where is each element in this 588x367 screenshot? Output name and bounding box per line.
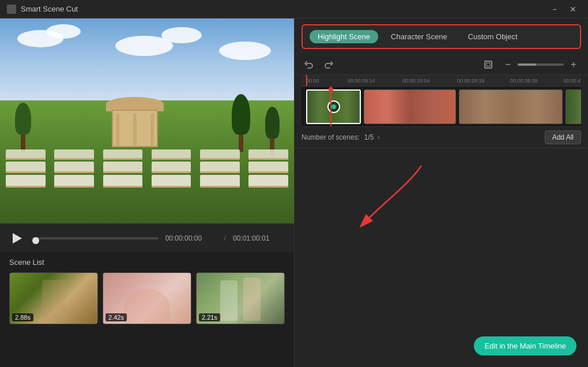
chair-row-3 (6, 175, 288, 188)
timeline-section: 00:00 00:00:09:14 00:00:19:04 00:00:28:1… (295, 75, 588, 127)
video-frame (0, 18, 294, 223)
zoom-controls: − + (500, 57, 581, 72)
total-time: 00:01:00:01 (233, 234, 285, 242)
redo-button[interactable] (321, 57, 336, 72)
tree-top-3 (265, 107, 280, 138)
fit-screen-button[interactable] (481, 57, 496, 72)
title-bar: Smart Scene Cut − ✕ (0, 0, 588, 18)
playhead (330, 87, 331, 126)
arrow-area (295, 148, 588, 367)
cloud-4 (161, 27, 202, 43)
arrow-annotation (352, 160, 468, 229)
playhead-dot (329, 87, 333, 92)
scene-duration-2: 2.42s (105, 313, 127, 321)
progress-indicator[interactable] (32, 237, 39, 244)
scene-list-section: Scene List 2.88s 2.42s (0, 252, 294, 367)
ruler-mark-3: 00:00:28:18 (457, 78, 485, 84)
scene-duration-1: 2.88s (12, 313, 33, 321)
scene-duration-3: 2.21s (199, 313, 220, 321)
tab-character[interactable]: Character Scene (383, 30, 455, 43)
flower-blob (124, 289, 170, 324)
chair-row-1 (6, 149, 288, 160)
time-separator: / (224, 234, 226, 242)
fit-screen-icon (484, 60, 493, 69)
ruler-mark-1: 00:00:09:14 (348, 78, 375, 84)
svg-rect-0 (485, 61, 492, 68)
gazebo-col-2 (133, 114, 137, 145)
add-all-button[interactable]: Add All (545, 130, 581, 144)
left-panel: 00:00:00:00 / 00:01:00:01 Scene List 2.8… (0, 18, 294, 367)
scene-count-nav[interactable]: › (377, 133, 379, 141)
scene-thumb-2[interactable]: 2.42s (103, 272, 191, 324)
progress-bar[interactable] (32, 237, 159, 239)
figure-1 (42, 280, 65, 323)
gazebo-col-1 (116, 114, 119, 145)
cloud-5 (219, 42, 271, 60)
timeline-toolbar: − + (295, 55, 588, 75)
scene-count-text: Number of scenes: 1/5 › (301, 133, 379, 141)
redo-icon (324, 60, 333, 69)
gazebo-body (112, 110, 158, 147)
main-content: 00:00:00:00 / 00:01:00:01 Scene List 2.8… (0, 18, 588, 367)
play-icon (13, 233, 22, 244)
ruler-mark-0: 00:00 (306, 78, 319, 84)
tree-top-1 (15, 103, 31, 134)
video-preview (0, 18, 294, 223)
tab-section: Highlight Scene Character Scene Custom O… (301, 24, 581, 49)
app-title: Smart Scene Cut (21, 5, 78, 13)
cloud-2 (46, 24, 81, 39)
zoom-slider[interactable] (518, 63, 564, 66)
minimize-button[interactable]: − (546, 3, 563, 16)
tree-left-1 (15, 103, 31, 152)
undo-icon (304, 60, 314, 69)
figure-left (220, 280, 238, 321)
undo-button[interactable] (301, 57, 316, 72)
chair-row-2 (6, 162, 288, 173)
scene-count-value: 1/5 (364, 133, 374, 141)
ruler-mark-5: 00:00:47:23 (563, 78, 581, 84)
title-bar-controls: − ✕ (546, 3, 581, 16)
right-panel: Highlight Scene Character Scene Custom O… (294, 18, 588, 367)
scene-count-bar: Number of scenes: 1/5 › Add All (295, 127, 588, 148)
close-button[interactable]: ✕ (565, 3, 581, 16)
zoom-in-button[interactable]: + (566, 57, 581, 72)
app-icon (7, 5, 16, 14)
tab-highlight[interactable]: Highlight Scene (310, 30, 378, 43)
play-button[interactable] (9, 230, 25, 246)
title-bar-left: Smart Scene Cut (7, 5, 78, 14)
timeline-clip-4[interactable] (566, 89, 581, 124)
gazebo-col-3 (150, 114, 154, 145)
timeline-clip-1[interactable] (306, 89, 361, 124)
zoom-slider-fill (518, 63, 536, 66)
ruler-mark-2: 00:00:19:04 (402, 78, 430, 84)
scene-thumb-3[interactable]: 2.21s (196, 272, 285, 324)
scene-thumb-1[interactable]: 2.88s (9, 272, 98, 324)
ruler-mark-4: 00:00:38:08 (510, 78, 538, 84)
tree-top-2 (232, 94, 250, 134)
timeline-clip-3[interactable] (459, 89, 563, 124)
tree-right-1 (232, 94, 250, 152)
edit-main-timeline-button[interactable]: Edit in the Main Timeline (474, 336, 576, 355)
scene-thumbnails: 2.88s 2.42s 2.21s (9, 272, 285, 324)
tree-right-2 (265, 107, 280, 156)
scene-count-label: Number of scenes: (301, 133, 360, 141)
timeline-ruler: 00:00 00:00:09:14 00:00:19:04 00:00:28:1… (301, 75, 581, 87)
zoom-out-button[interactable]: − (500, 57, 515, 72)
gazebo (103, 97, 167, 152)
timeline-clip-2[interactable] (364, 89, 456, 124)
tab-custom[interactable]: Custom Object (460, 30, 526, 43)
timeline-track[interactable] (301, 87, 581, 127)
figure-right (243, 278, 261, 321)
chairs-area (6, 149, 288, 207)
video-controls: 00:00:00:00 / 00:01:00:01 (0, 223, 294, 252)
scene-list-title: Scene List (9, 258, 285, 267)
current-time: 00:00:00:00 (165, 234, 217, 242)
